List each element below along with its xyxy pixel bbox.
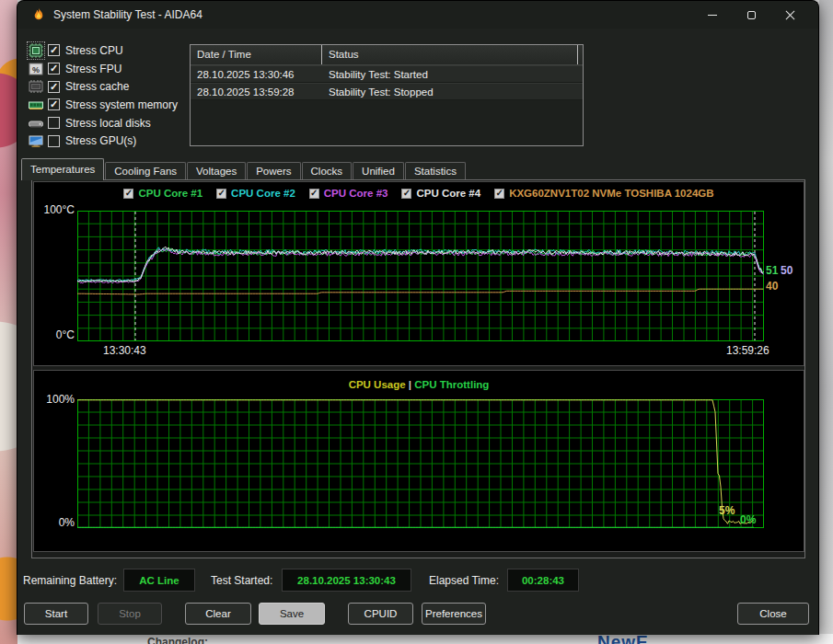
temp-axis-min-label: 0°C bbox=[36, 328, 75, 341]
stress-option-label: Stress CPU bbox=[65, 44, 123, 57]
background-changelog-text: Changelog: bbox=[147, 636, 208, 644]
memory-icon bbox=[29, 98, 43, 112]
stop-button: Stop bbox=[98, 603, 162, 625]
legend-label: CPU Core #3 bbox=[324, 188, 388, 199]
usage-plot bbox=[77, 399, 764, 528]
legend-checkbox[interactable]: ✓ bbox=[123, 189, 133, 199]
tab-clocks[interactable]: Clocks bbox=[302, 162, 353, 180]
tab-bar: TemperaturesCooling FansVoltagesPowersCl… bbox=[21, 158, 467, 180]
stress-checkbox[interactable]: ✓ bbox=[48, 63, 60, 75]
event-log-header: Date / Time Status bbox=[191, 45, 583, 65]
temperature-legend: ✓CPU Core #1✓CPU Core #2✓CPU Core #3✓CPU… bbox=[34, 188, 804, 199]
stress-option-stress-local-disks: Stress local disks bbox=[29, 114, 185, 132]
cpu-throttling-title: CPU Throttling bbox=[414, 379, 489, 390]
current-value-label: 0% bbox=[740, 513, 756, 526]
background-webpage-strip: Changelog: NewE bbox=[17, 634, 833, 644]
svg-text:%: % bbox=[32, 64, 40, 74]
elapsed-time-label: Elapsed Time: bbox=[429, 574, 499, 587]
legend-item-1: ✓CPU Core #2 bbox=[216, 188, 295, 199]
close-button[interactable]: Close bbox=[737, 603, 809, 625]
column-header-datetime[interactable]: Date / Time bbox=[191, 45, 322, 64]
cache-icon bbox=[29, 79, 43, 94]
stress-option-stress-system-memory: ✓Stress system memory bbox=[29, 96, 185, 114]
stress-checkbox[interactable] bbox=[48, 117, 60, 129]
maximize-icon bbox=[747, 11, 756, 19]
titlebar[interactable]: System Stability Test - AIDA64 bbox=[17, 1, 818, 29]
elapsed-time-value-box: 00:28:43 bbox=[507, 569, 579, 592]
stress-checkbox[interactable]: ✓ bbox=[48, 81, 60, 93]
temp-axis-max-label: 100°C bbox=[36, 203, 75, 216]
title-separator: | bbox=[409, 379, 411, 390]
close-window-button[interactable] bbox=[770, 1, 809, 29]
stress-option-stress-gpu-s: Stress GPU(s) bbox=[29, 132, 185, 150]
log-table-row[interactable]: 28.10.2025 13:59:28Stability Test: Stopp… bbox=[191, 83, 583, 100]
legend-checkbox[interactable]: ✓ bbox=[494, 189, 504, 199]
legend-checkbox[interactable]: ✓ bbox=[309, 189, 319, 199]
stress-option-label: Stress cache bbox=[65, 80, 129, 93]
disk-icon bbox=[29, 116, 43, 131]
event-log-table: Date / Time Status 28.10.2025 13:30:46St… bbox=[190, 44, 584, 146]
legend-checkbox[interactable]: ✓ bbox=[401, 189, 411, 199]
log-cell-status: Stability Test: Stopped bbox=[322, 84, 580, 99]
test-started-value: 28.10.2025 13:30:43 bbox=[297, 575, 396, 586]
desktop-wallpaper-strip bbox=[0, 0, 17, 644]
stress-options-list: ✓Stress CPU%✓Stress FPU✓Stress cache✓Str… bbox=[29, 41, 185, 150]
temp-axis-start-time: 13:30:43 bbox=[103, 344, 146, 357]
legend-label: CPU Core #1 bbox=[138, 188, 202, 199]
legend-item-3: ✓CPU Core #4 bbox=[401, 188, 480, 199]
minimize-button[interactable] bbox=[693, 1, 732, 29]
stress-option-stress-cpu: ✓Stress CPU bbox=[29, 41, 185, 60]
save-button[interactable]: Save bbox=[259, 603, 325, 625]
current-value-label: 50 bbox=[781, 264, 793, 277]
legend-label: CPU Core #2 bbox=[231, 188, 295, 199]
tab-cooling-fans[interactable]: Cooling Fans bbox=[105, 162, 186, 180]
minimize-icon bbox=[708, 15, 717, 16]
button-row: StartStopClearSaveCPUIDPreferencesClose bbox=[17, 603, 818, 625]
stress-checkbox[interactable]: ✓ bbox=[48, 44, 60, 56]
fpu-icon: % bbox=[29, 62, 43, 76]
test-started-value-box: 28.10.2025 13:30:43 bbox=[282, 569, 411, 592]
cpuid-button[interactable]: CPUID bbox=[348, 603, 413, 625]
tab-statistics[interactable]: Statistics bbox=[405, 162, 466, 180]
legend-label: CPU Core #4 bbox=[416, 188, 480, 199]
log-cell-datetime: 28.10.2025 13:59:28 bbox=[191, 84, 322, 99]
current-value-label: 40 bbox=[766, 280, 778, 293]
cpu-icon bbox=[29, 43, 43, 58]
tab-powers[interactable]: Powers bbox=[247, 162, 300, 180]
start-button[interactable]: Start bbox=[24, 603, 88, 625]
cpu-usage-title: CPU Usage bbox=[349, 379, 406, 390]
maximize-button[interactable] bbox=[732, 1, 770, 29]
temperature-chart-panel: ✓CPU Core #1✓CPU Core #2✓CPU Core #3✓CPU… bbox=[33, 181, 804, 366]
legend-label: KXG60ZNV1T02 NVMe TOSHIBA 1024GB bbox=[509, 188, 713, 199]
window-controls bbox=[693, 1, 809, 29]
test-started-label: Test Started: bbox=[211, 574, 272, 587]
clear-button[interactable]: Clear bbox=[185, 603, 251, 625]
temp-axis-end-time: 13:59:26 bbox=[726, 344, 769, 357]
legend-checkbox[interactable]: ✓ bbox=[216, 189, 226, 199]
tab-temperatures[interactable]: Temperatures bbox=[21, 158, 104, 180]
tab-unified[interactable]: Unified bbox=[353, 162, 404, 180]
screen: Changelog: NewE System Stability Test - … bbox=[0, 0, 833, 644]
battery-value: AC Line bbox=[139, 575, 179, 586]
aida64-stability-test-window: System Stability Test - AIDA64 ✓Stress C… bbox=[17, 0, 819, 635]
current-value-label: 5% bbox=[719, 504, 735, 517]
tab-voltages[interactable]: Voltages bbox=[187, 162, 246, 180]
stress-option-stress-cache: ✓Stress cache bbox=[29, 77, 185, 96]
usage-axis-min-label: 0% bbox=[36, 516, 75, 529]
current-value-label: 51 bbox=[766, 264, 778, 277]
log-table-row[interactable]: 28.10.2025 13:30:46Stability Test: Start… bbox=[191, 65, 583, 83]
stress-option-stress-fpu: %✓Stress FPU bbox=[29, 60, 185, 78]
stress-checkbox[interactable] bbox=[48, 135, 60, 147]
status-row: Remaining Battery: AC Line Test Started:… bbox=[17, 569, 818, 594]
column-header-status[interactable]: Status bbox=[322, 45, 578, 64]
battery-value-box: AC Line bbox=[123, 569, 195, 592]
legend-item-0: ✓CPU Core #1 bbox=[123, 188, 202, 199]
legend-item-4: ✓KXG60ZNV1T02 NVMe TOSHIBA 1024GB bbox=[494, 188, 713, 199]
preferences-button[interactable]: Preferences bbox=[422, 603, 486, 625]
stress-checkbox[interactable]: ✓ bbox=[48, 98, 60, 110]
usage-chart-title: CPU Usage | CPU Throttling bbox=[34, 379, 804, 390]
background-window-strip bbox=[819, 0, 833, 644]
stress-option-label: Stress local disks bbox=[65, 117, 151, 130]
usage-axis-max-label: 100% bbox=[36, 393, 75, 406]
background-partial-logo: NewE bbox=[597, 634, 649, 644]
